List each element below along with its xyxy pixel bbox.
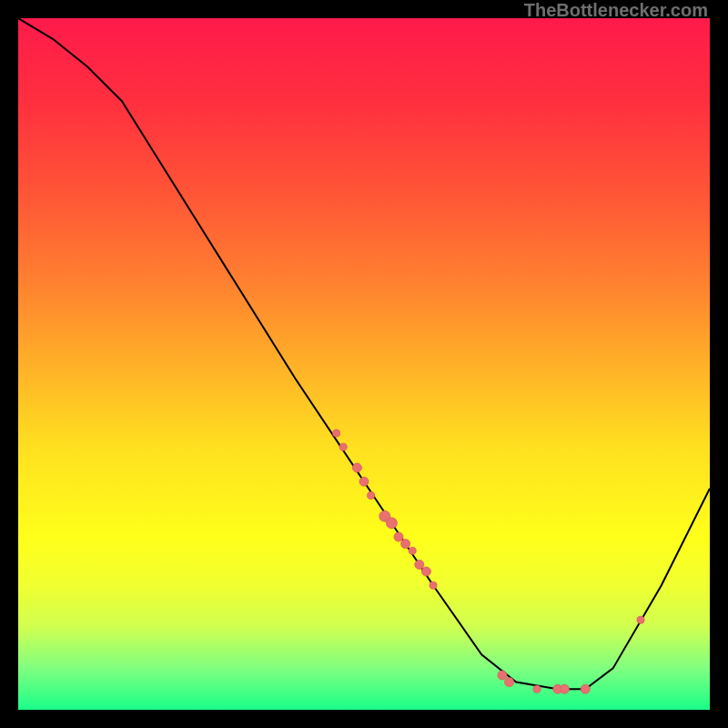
data-point [421,567,430,576]
data-point [368,491,375,499]
data-points-group [333,430,644,693]
data-point [581,684,590,693]
data-point [359,477,369,486]
data-point [401,540,410,549]
data-point [386,518,397,529]
chart-points-svg [18,18,710,710]
data-point [533,685,541,693]
data-point [333,430,340,437]
data-point [352,463,361,472]
data-point [560,684,569,693]
data-point [394,532,403,541]
data-point [505,678,514,687]
chart-container: TheBottlenecker.com [0,0,728,728]
data-point [430,581,437,589]
data-point [415,560,424,569]
data-point [637,616,644,623]
plot-area [18,18,710,710]
data-point [409,547,416,554]
data-point [339,443,347,450]
data-point [498,671,507,680]
